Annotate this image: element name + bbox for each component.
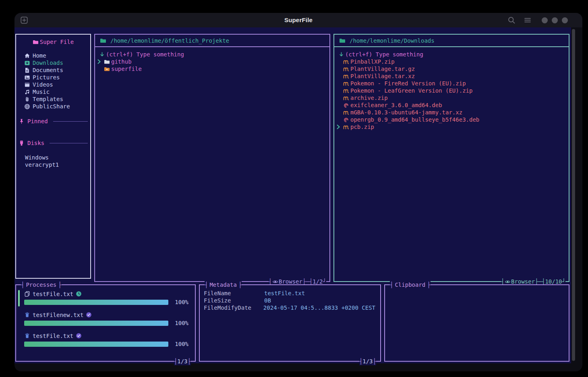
metadata-key: FileSize <box>204 297 264 304</box>
hamburger-menu-icon[interactable] <box>524 16 532 24</box>
folder-icon <box>100 37 106 44</box>
file-search-bar[interactable]: (ctrl+f) Type something <box>338 51 569 58</box>
archive-icon <box>343 73 349 79</box>
arrow-down-icon <box>338 52 344 58</box>
process-file-name: testFile.txt <box>33 333 73 339</box>
process-item[interactable]: testFile.txt100% <box>24 332 188 347</box>
sidebar-item-pictures[interactable]: Pictures <box>24 74 90 81</box>
file-name: PlantVillage.tar.xz <box>350 73 415 79</box>
sidebar-item-label: Videos <box>33 81 53 88</box>
process-name-row: testFile.txt <box>24 290 188 298</box>
disk-label: Windows <box>25 154 49 161</box>
folder-icon <box>104 59 110 65</box>
file-row[interactable]: mGBA-0.10.3-ubuntu64-jammy.tar.xz <box>334 109 569 116</box>
process-progress-row: 100% <box>24 320 188 326</box>
process-list: testFile.txt100%testFilenew.txt100%testF… <box>16 285 195 347</box>
metadata-title: ┤ Metadata ├ <box>205 281 242 289</box>
file-name: mGBA-0.10.3-ubuntu64-jammy.tar.xz <box>350 109 462 116</box>
sidebar-disks: Windowsveracrypt1 <box>16 154 90 168</box>
panel-counter: 1/2 <box>313 278 323 285</box>
border-bracket: ┤ <box>174 358 177 365</box>
sidebar-item-label: Pictures <box>33 74 60 81</box>
sidebar-item-label: Music <box>33 89 50 95</box>
sidebar-item-publicshare[interactable]: PublicShare <box>24 103 90 110</box>
sidebar-item-music[interactable]: Music <box>24 88 90 95</box>
panel-mode: Browser <box>279 278 302 285</box>
sidebar-item-templates[interactable]: Templates <box>24 95 90 103</box>
archive-icon <box>343 88 349 94</box>
sidebar-item-label: Downloads <box>33 60 63 66</box>
file-row[interactable]: PlantVillage.tar.gz <box>334 65 569 72</box>
cursor-chevron-icon <box>96 59 102 64</box>
clipboard-panel: ┤ Clipboard ├ <box>384 284 569 362</box>
border-bracket: ├─┤ <box>535 278 545 285</box>
progress-bar <box>24 300 168 305</box>
window-control-dot[interactable] <box>552 17 558 23</box>
pin-icon <box>19 118 25 124</box>
downloads-icon <box>24 60 30 66</box>
border-bracket: ├─┤ <box>302 278 313 285</box>
sidebar-item-downloads[interactable]: Downloads <box>24 59 90 66</box>
folder-icon <box>339 37 346 44</box>
border-bracket: ┤ <box>359 358 362 365</box>
file-row[interactable]: PinballXP.zip <box>334 58 569 65</box>
file-row[interactable]: github <box>95 58 329 65</box>
disk-item-windows[interactable]: Windows <box>25 154 90 161</box>
file-panel-downloads: /home/lemonlime/Downloads (ctrl+f) Type … <box>333 34 569 282</box>
file-row[interactable]: Pokemon - LeafGreen Version (EU).zip <box>334 87 569 94</box>
sidebar-title-label: Super File <box>40 39 74 45</box>
panel-title-label: Clipboard <box>393 282 427 288</box>
file-row[interactable]: pcb.zip <box>334 123 569 130</box>
process-item[interactable]: testFile.txt100% <box>24 290 188 305</box>
file-row[interactable]: Pokemon - FireRed Version (EU).zip <box>334 80 569 87</box>
metadata-counter: ┤ 1/3 ├ <box>359 357 376 365</box>
border-bracket: ┤ <box>205 282 208 288</box>
scrollbar-thumb[interactable] <box>572 29 575 361</box>
metadata-value: 2024-05-17 04:5...8833 +0200 CEST <box>263 304 375 312</box>
sidebar-section-pinned: Pinned <box>16 118 90 125</box>
path-bar[interactable]: /home/lemonlime/öffentlich_Projekte <box>95 35 329 47</box>
home-icon <box>24 53 30 59</box>
music-icon <box>24 89 30 95</box>
window-title: SuperFile <box>14 17 582 23</box>
border-bracket: ├ <box>427 282 430 288</box>
archive-icon <box>343 59 349 65</box>
border-bracket: ┤ <box>390 282 393 288</box>
file-row[interactable]: superfile <box>95 65 329 72</box>
file-row[interactable]: exifcleaner_3.6.0_amd64.deb <box>334 102 569 109</box>
search-icon[interactable] <box>507 16 516 24</box>
image-icon <box>24 75 30 81</box>
window-control-dot[interactable] <box>542 17 548 23</box>
border-bracket: ┤ <box>269 278 272 285</box>
titlebar: SuperFile <box>14 13 582 27</box>
process-item[interactable]: testFilenew.txt100% <box>24 311 188 326</box>
progress-percent: 100% <box>172 341 188 347</box>
section-divider <box>50 143 88 143</box>
file-name: github <box>111 58 132 65</box>
deb-icon <box>343 117 349 123</box>
search-placeholder: (ctrl+f) Type something <box>106 51 184 58</box>
file-row[interactable]: archive.zip <box>334 94 569 102</box>
file-name: openrgb_0.9_amd64_bullseye_b5f46e3.deb <box>350 116 479 123</box>
archive-icon <box>343 124 349 130</box>
app-window: SuperFile Super File HomeDownloadsDocume… <box>14 13 582 371</box>
file-row[interactable]: PlantVillage.tar.xz <box>334 72 569 80</box>
file-search-bar[interactable]: (ctrl+f) Type something <box>99 51 329 58</box>
process-name-row: testFile.txt <box>24 332 188 340</box>
file-row[interactable]: openrgb_0.9_amd64_bullseye_b5f46e3.deb <box>334 116 569 123</box>
sidebar-item-videos[interactable]: Videos <box>24 81 90 88</box>
archive-icon <box>343 81 349 87</box>
file-name: archive.zip <box>350 95 388 101</box>
archive-icon <box>343 95 349 101</box>
sidebar-item-home[interactable]: Home <box>24 52 90 59</box>
path-bar[interactable]: /home/lemonlime/Downloads <box>334 35 569 47</box>
metadata-row: FileNametestFile.txt <box>204 290 375 297</box>
panel-mode: Browser <box>511 278 535 285</box>
window-control-dot[interactable] <box>562 17 568 23</box>
disk-item-veracrypt1[interactable]: veracrypt1 <box>25 161 90 168</box>
progress-bar <box>24 321 168 326</box>
trash-icon <box>24 333 30 339</box>
sidebar-item-documents[interactable]: Documents <box>24 66 90 74</box>
sidebar-section-disks: Disks <box>16 139 90 147</box>
deb-icon <box>343 102 349 108</box>
